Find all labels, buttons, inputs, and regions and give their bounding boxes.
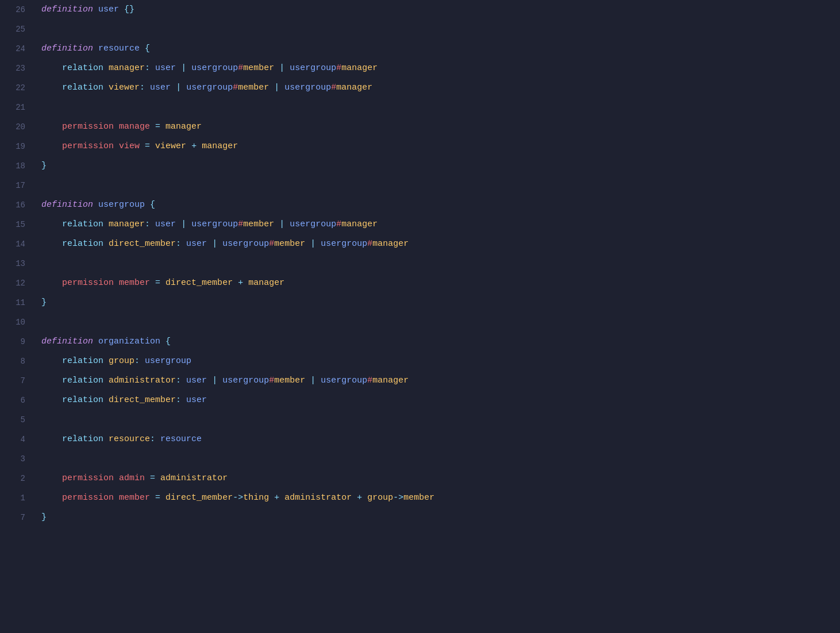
line-number: 21	[5, 98, 25, 117]
line-number: 20	[5, 117, 25, 137]
line-number: 9	[5, 332, 25, 352]
line-number: 26	[5, 0, 25, 20]
line-numbers: 2625242322212019181716151413121110987654…	[0, 0, 30, 633]
line-number: 2	[5, 469, 25, 488]
code-line: permission manage = manager	[41, 117, 840, 137]
code-line: permission view = viewer + manager	[41, 137, 840, 156]
line-number: 7	[5, 371, 25, 391]
line-number: 15	[5, 215, 25, 234]
line-number: 18	[5, 156, 25, 176]
code-line: }	[41, 508, 840, 527]
code-line: }	[41, 293, 840, 312]
code-line	[41, 254, 840, 273]
code-line: }	[41, 156, 840, 176]
line-number: 7	[5, 508, 25, 527]
code-line: relation resource: resource	[41, 430, 840, 449]
code-line	[41, 449, 840, 469]
code-line: permission member = direct_member->thing…	[41, 488, 840, 508]
code-line: definition organization {	[41, 332, 840, 352]
code-line	[41, 176, 840, 195]
code-line	[41, 312, 840, 332]
code-line: definition usergroup {	[41, 195, 840, 215]
code-line: relation viewer: user | usergroup#member…	[41, 78, 840, 98]
code-line: permission admin = administrator	[41, 469, 840, 488]
line-number: 25	[5, 20, 25, 39]
line-number: 5	[5, 410, 25, 430]
line-number: 3	[5, 449, 25, 469]
code-line	[41, 98, 840, 117]
code-editor: 2625242322212019181716151413121110987654…	[0, 0, 840, 633]
code-line: relation group: usergroup	[41, 352, 840, 371]
line-number: 16	[5, 195, 25, 215]
line-number: 1	[5, 488, 25, 508]
line-number: 12	[5, 273, 25, 293]
code-line: permission member = direct_member + mana…	[41, 273, 840, 293]
line-number: 13	[5, 254, 25, 273]
code-line: relation direct_member: user	[41, 391, 840, 410]
line-number: 17	[5, 176, 25, 195]
code-line: definition resource {	[41, 39, 840, 59]
line-number: 11	[5, 293, 25, 312]
line-number: 24	[5, 39, 25, 59]
line-number: 10	[5, 312, 25, 332]
line-number: 19	[5, 137, 25, 156]
line-number: 6	[5, 391, 25, 410]
line-number: 8	[5, 352, 25, 371]
code-line	[41, 20, 840, 39]
code-content[interactable]: definition user {} definition resource {…	[30, 0, 840, 633]
code-line: definition user {}	[41, 0, 840, 20]
code-line: relation direct_member: user | usergroup…	[41, 234, 840, 254]
line-number: 14	[5, 234, 25, 254]
line-number: 23	[5, 59, 25, 78]
line-number: 22	[5, 78, 25, 98]
code-line: relation manager: user | usergroup#membe…	[41, 215, 840, 234]
code-line	[41, 410, 840, 430]
code-line: relation administrator: user | usergroup…	[41, 371, 840, 391]
code-line: relation manager: user | usergroup#membe…	[41, 59, 840, 78]
line-number: 4	[5, 430, 25, 449]
